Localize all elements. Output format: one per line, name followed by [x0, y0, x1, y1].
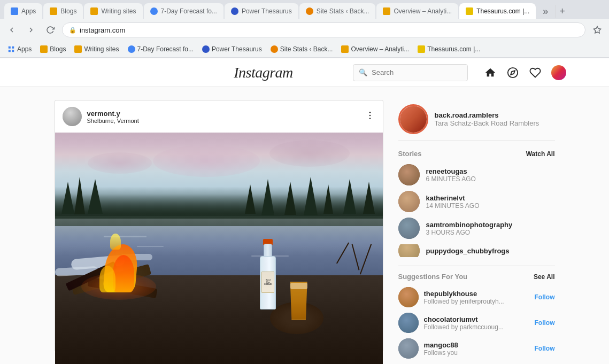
story-time-1: 14 MINUTES AGO: [426, 202, 555, 210]
bookmark-writing-label: Writing sites: [84, 45, 119, 53]
story-item: katherinelvt 14 MINUTES AGO: [398, 191, 555, 212]
search-input[interactable]: [372, 68, 462, 76]
bookmark-star-button[interactable]: [590, 22, 605, 37]
suggestion-item: thepublykhouse Followed by jeniferprouty…: [398, 287, 555, 307]
stories-header: Stories Watch All: [398, 150, 555, 158]
bookmark-overview[interactable]: Overview – Analyti...: [338, 44, 412, 54]
search-bar[interactable]: 🔍: [353, 64, 468, 81]
post-location: Shelburne, Vermont: [87, 118, 359, 124]
suggestion-item: chocolatoriumvt Followed by parkmccuoug.…: [398, 313, 555, 333]
follow-button-1[interactable]: Follow: [535, 319, 555, 327]
section-divider: [398, 266, 555, 266]
tab-overview[interactable]: Overview – Analyti...: [376, 3, 458, 19]
bookmark-power-icon: [202, 45, 210, 53]
bookmark-blogs-label: Blogs: [50, 45, 66, 53]
tab-overview-label: Overview – Analyti...: [394, 7, 452, 15]
story-item: reneetougas 6 MINUTES AGO: [398, 164, 555, 185]
suggestion-username-2[interactable]: mangoc88: [424, 341, 529, 349]
bookmark-writing[interactable]: Writing sites: [71, 44, 122, 54]
address-text: instagram.com: [80, 26, 125, 34]
story-username-3[interactable]: puppydogs_chubbyfrogs: [426, 247, 555, 255]
bookmark-power[interactable]: Power Thesaurus: [199, 44, 265, 54]
bookmark-forecast-icon: [128, 45, 135, 53]
bookmark-apps-label: Apps: [17, 45, 32, 53]
tab-more-button[interactable]: »: [539, 5, 552, 18]
new-tab-button[interactable]: +: [559, 6, 565, 17]
story-time-2: 3 HOURS AGO: [426, 229, 555, 236]
post-username[interactable]: vermont.y: [87, 110, 359, 118]
see-all-button[interactable]: See All: [534, 273, 555, 281]
tab-blogs[interactable]: Blogs: [43, 3, 83, 19]
suggestions-header: Suggestions For You See All: [398, 273, 555, 281]
story-username-0[interactable]: reneetougas: [426, 167, 555, 175]
suggestions-section: Suggestions For You See All thepublykhou…: [398, 273, 555, 359]
browser-chrome: Apps Blogs Writing sites 7-Day Forecast …: [0, 0, 609, 58]
profile-highlight: back.road.ramblers Tara Schatz-Back Road…: [398, 100, 555, 141]
instagram-nav: [484, 65, 566, 80]
home-icon[interactable]: [484, 66, 497, 79]
address-bar[interactable]: 🔒 instagram.com: [62, 22, 585, 37]
back-button[interactable]: [4, 22, 19, 37]
suggestion-item: mangoc88 Follows you Follow: [398, 338, 555, 359]
story-avatar-puppydogs[interactable]: [398, 244, 420, 257]
tab-thesaurus[interactable]: Thesaurus.com |...: [459, 3, 536, 19]
refresh-button[interactable]: [43, 22, 58, 37]
story-avatar-samtrombino[interactable]: [398, 218, 420, 239]
tab-apps-label: Apps: [21, 7, 36, 15]
watch-all-button[interactable]: Watch All: [526, 150, 555, 158]
suggestion-username-0[interactable]: thepublykhouse: [424, 290, 529, 298]
story-username-2[interactable]: samtrombinophotography: [426, 221, 555, 229]
bookmark-blogs[interactable]: Blogs: [37, 44, 69, 54]
suggestion-avatar-2[interactable]: [398, 338, 419, 359]
tab-sitestats-label: Site Stats ‹ Back...: [317, 7, 369, 15]
bookmark-sitestats-label: Site Stats ‹ Back...: [280, 45, 333, 53]
story-avatar-reneetougas[interactable]: [398, 164, 420, 185]
bookmark-thesaurus-icon: [418, 45, 425, 53]
follow-button-2[interactable]: Follow: [535, 345, 555, 352]
story-username-1[interactable]: katherinelvt: [426, 194, 555, 202]
post-image: KetelOneORANJE: [55, 133, 383, 364]
bookmark-thesaurus[interactable]: Thesaurus.com |...: [414, 44, 483, 54]
tab-forecast[interactable]: 7-Day Forecast fo...: [144, 3, 223, 19]
suggestion-username-1[interactable]: chocolatoriumvt: [424, 315, 529, 323]
post-user-info: vermont.y Shelburne, Vermont: [87, 110, 359, 124]
tab-apps[interactable]: Apps: [4, 3, 42, 19]
story-avatar-katherinelvt[interactable]: [398, 191, 420, 212]
follow-button-0[interactable]: Follow: [535, 293, 555, 301]
post-user-avatar[interactable]: [63, 107, 82, 126]
profile-highlight-fullname: Tara Schatz-Back Road Ramblers: [435, 119, 539, 127]
story-item: samtrombinophotography 3 HOURS AGO: [398, 218, 555, 239]
user-avatar[interactable]: [551, 65, 566, 80]
tab-sitestats[interactable]: Site Stats ‹ Back...: [299, 3, 376, 19]
instagram-sidebar: back.road.ramblers Tara Schatz-Back Road…: [398, 100, 555, 352]
svg-point-7: [369, 111, 371, 113]
profile-highlight-avatar[interactable]: [398, 104, 428, 134]
svg-rect-2: [12, 46, 14, 48]
bookmark-forecast[interactable]: 7-Day Forecast fo...: [125, 44, 197, 54]
bookmark-apps[interactable]: Apps: [4, 44, 35, 54]
bookmark-sitestats[interactable]: Site Stats ‹ Back...: [267, 44, 336, 54]
tab-forecast-label: 7-Day Forecast fo...: [161, 7, 217, 15]
svg-rect-3: [9, 50, 11, 52]
suggestion-sub-2: Follows you: [424, 349, 529, 357]
tab-power-thesaurus[interactable]: Power Thesaurus: [225, 3, 298, 19]
browser-controls: 🔒 instagram.com: [0, 19, 609, 41]
instagram-logo: Instagram: [234, 64, 293, 81]
instagram-page: Instagram 🔍: [0, 58, 609, 364]
lock-icon: 🔒: [69, 27, 76, 34]
bookmark-writing-icon: [74, 45, 82, 53]
post-more-button[interactable]: [365, 110, 375, 123]
profile-highlight-username[interactable]: back.road.ramblers: [435, 111, 539, 119]
drink-glass: [287, 282, 311, 324]
stories-title: Stories: [398, 150, 422, 158]
suggestion-avatar-1[interactable]: [398, 313, 419, 333]
tab-thesaurus-label: Thesaurus.com |...: [476, 7, 529, 15]
search-icon: 🔍: [359, 68, 367, 76]
tab-writing[interactable]: Writing sites: [84, 3, 142, 19]
explore-icon[interactable]: [506, 66, 519, 79]
instagram-post: vermont.y Shelburne, Vermont: [55, 100, 383, 352]
suggestion-avatar-0[interactable]: [398, 287, 419, 307]
forward-button[interactable]: [24, 22, 38, 37]
heart-icon[interactable]: [529, 66, 542, 79]
bookmark-overview-icon: [341, 45, 349, 53]
